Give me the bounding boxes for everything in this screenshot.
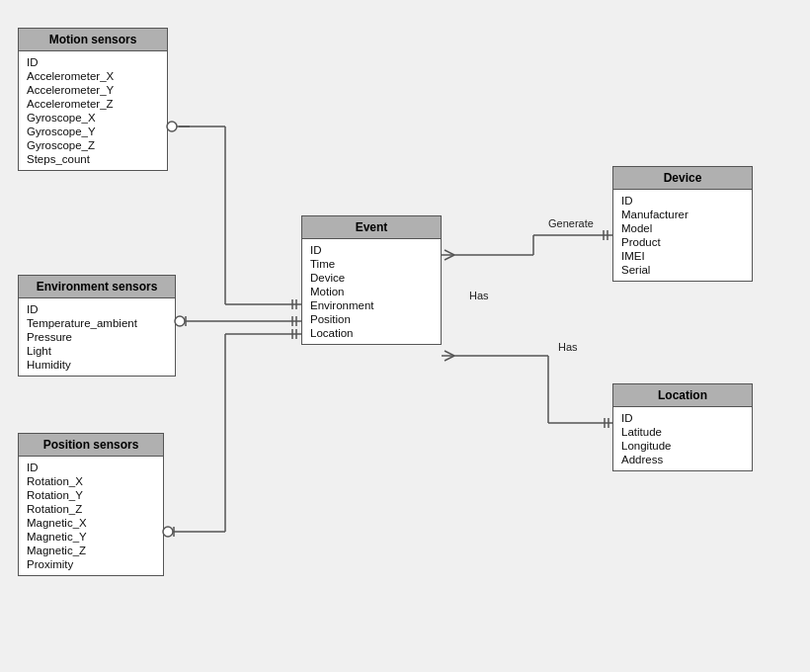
field-steps: Steps_count <box>27 152 159 166</box>
event-motion-has-connector: Has <box>469 290 489 301</box>
pos-field-proximity: Proximity <box>27 557 155 571</box>
env-field-humidity: Humidity <box>27 358 167 372</box>
field-acc-y: Accelerometer_Y <box>27 83 159 97</box>
environment-sensors-entity: Environment sensors ID Temperature_ambie… <box>18 275 176 377</box>
env-field-temp: Temperature_ambient <box>27 316 167 330</box>
device-field-manufacturer: Manufacturer <box>621 208 744 221</box>
location-field-address: Address <box>621 453 744 466</box>
svg-point-17 <box>163 527 173 537</box>
event-location-connector: Has <box>442 341 612 428</box>
field-acc-x: Accelerometer_X <box>27 69 159 83</box>
event-field-id: ID <box>310 243 433 257</box>
env-field-light: Light <box>27 344 167 358</box>
field-gyro-x: Gyroscope_X <box>27 111 159 125</box>
pos-field-mag-z: Magnetic_Z <box>27 544 155 557</box>
location-body: ID Latitude Longitude Address <box>613 407 752 470</box>
event-body: ID Time Device Motion Environment Positi… <box>302 239 441 344</box>
location-header: Location <box>613 384 752 407</box>
event-field-motion: Motion <box>310 285 433 298</box>
svg-line-32 <box>445 356 454 361</box>
field-acc-z: Accelerometer_Z <box>27 97 159 111</box>
env-event-connector <box>175 316 301 326</box>
pos-field-rot-z: Rotation_Z <box>27 502 155 516</box>
event-field-position: Position <box>310 312 433 326</box>
device-field-model: Model <box>621 221 744 235</box>
generate-label: Generate <box>548 217 594 229</box>
motion-sensors-entity: Motion sensors ID Accelerometer_X Accele… <box>18 28 168 171</box>
pos-field-mag-y: Magnetic_Y <box>27 530 155 544</box>
device-field-product: Product <box>621 235 744 249</box>
pos-field-rot-y: Rotation_Y <box>27 488 155 502</box>
environment-sensors-body: ID Temperature_ambient Pressure Light Hu… <box>19 298 175 376</box>
device-body: ID Manufacturer Model Product IMEI Seria… <box>613 190 752 281</box>
event-field-time: Time <box>310 257 433 271</box>
event-field-environment: Environment <box>310 298 433 312</box>
position-sensors-header: Position sensors <box>19 434 163 457</box>
svg-point-10 <box>175 316 185 326</box>
pos-field-mag-x: Magnetic_X <box>27 516 155 530</box>
motion-sensors-header: Motion sensors <box>19 29 167 51</box>
position-sensors-entity: Position sensors ID Rotation_X Rotation_… <box>18 433 164 576</box>
pos-field-rot-x: Rotation_X <box>27 474 155 488</box>
position-sensors-body: ID Rotation_X Rotation_Y Rotation_Z Magn… <box>19 457 163 575</box>
event-field-location: Location <box>310 326 433 340</box>
device-field-imei: IMEI <box>621 249 744 263</box>
diagram-container: Motion sensors ID Accelerometer_X Accele… <box>0 0 810 672</box>
has-motion-label: Has <box>469 290 489 301</box>
device-field-serial: Serial <box>621 263 744 277</box>
position-event-connector <box>163 329 301 537</box>
motion-sensors-body: ID Accelerometer_X Accelerometer_Y Accel… <box>19 51 167 170</box>
event-field-device: Device <box>310 271 433 285</box>
device-field-id: ID <box>621 194 744 208</box>
env-field-id: ID <box>27 302 167 316</box>
field-gyro-y: Gyroscope_Y <box>27 125 159 138</box>
field-gyro-z: Gyroscope_Z <box>27 138 159 152</box>
event-header: Event <box>302 216 441 239</box>
svg-line-31 <box>445 351 454 356</box>
device-header: Device <box>613 167 752 190</box>
pos-field-id: ID <box>27 461 155 474</box>
has-location-label: Has <box>558 341 578 353</box>
env-field-pressure: Pressure <box>27 330 167 344</box>
event-entity: Event ID Time Device Motion Environment … <box>301 215 442 345</box>
svg-line-25 <box>445 255 454 260</box>
location-field-latitude: Latitude <box>621 425 744 439</box>
location-field-id: ID <box>621 411 744 425</box>
device-entity: Device ID Manufacturer Model Product IME… <box>612 166 753 282</box>
location-field-longitude: Longitude <box>621 439 744 453</box>
environment-sensors-header: Environment sensors <box>19 276 175 298</box>
motion-event-connector <box>167 122 301 309</box>
event-device-connector: Generate <box>442 217 612 260</box>
location-entity: Location ID Latitude Longitude Address <box>612 383 753 471</box>
field-id: ID <box>27 55 159 69</box>
svg-point-5 <box>167 122 177 131</box>
svg-line-24 <box>445 250 454 255</box>
